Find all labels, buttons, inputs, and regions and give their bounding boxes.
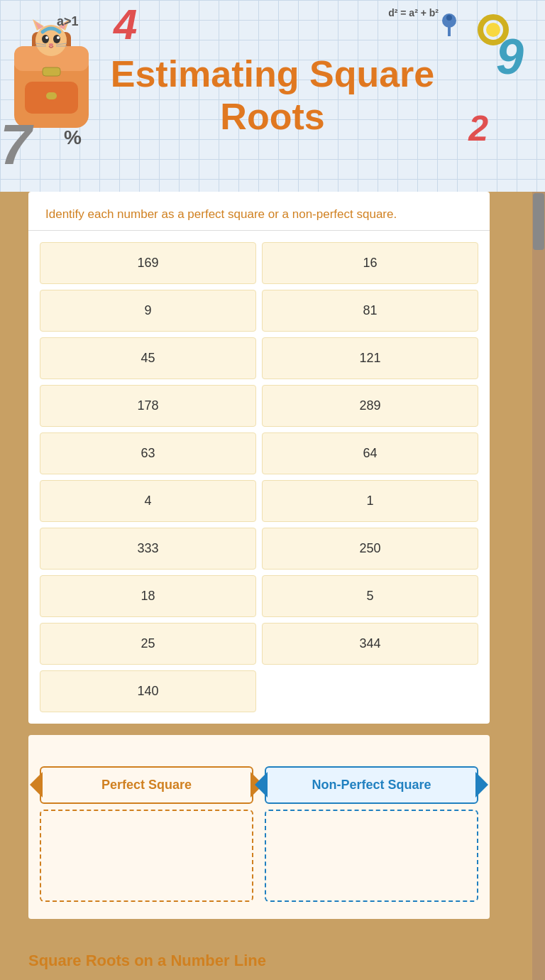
svg-point-23 bbox=[446, 15, 452, 21]
bottom-section: Square Roots on a Number Line bbox=[0, 930, 518, 980]
number-cell-121[interactable]: 121 bbox=[262, 337, 478, 379]
page-title: Estimating Square Roots bbox=[97, 53, 449, 138]
scrollbar-thumb[interactable] bbox=[533, 193, 544, 250]
pin-icon bbox=[439, 11, 460, 39]
svg-point-11 bbox=[42, 35, 49, 43]
numbers-card: Identify each number as a perfect square… bbox=[28, 192, 490, 724]
perfect-square-drop-area[interactable] bbox=[40, 810, 253, 902]
number-cell-178[interactable]: 178 bbox=[40, 385, 256, 427]
number-cell-140[interactable]: 140 bbox=[40, 670, 256, 712]
number-cell-333[interactable]: 333 bbox=[40, 528, 256, 570]
number-cell-1[interactable]: 1 bbox=[262, 480, 478, 522]
deco-num-7: 7 bbox=[0, 112, 32, 178]
svg-rect-20 bbox=[43, 67, 60, 76]
deco-percent: % bbox=[64, 126, 82, 149]
number-cell-5[interactable]: 5 bbox=[262, 575, 478, 617]
number-cell-9[interactable]: 9 bbox=[40, 290, 256, 332]
instruction-text: Identify each number as a perfect square… bbox=[28, 192, 490, 231]
number-cell-250[interactable]: 250 bbox=[262, 528, 478, 570]
svg-point-15 bbox=[49, 43, 53, 46]
page-header: a>1 d² = a² + b² 4 9 2 7 % bbox=[0, 0, 545, 192]
drop-zones-card: Perfect Square Non-Perfect Square bbox=[28, 735, 490, 919]
deco-num-4: 4 bbox=[114, 0, 137, 49]
deco-num-9: 9 bbox=[496, 28, 524, 85]
nonperfect-square-zone[interactable]: Non-Perfect Square bbox=[265, 766, 478, 902]
number-cell-64[interactable]: 64 bbox=[262, 432, 478, 474]
svg-point-14 bbox=[57, 36, 60, 39]
svg-point-12 bbox=[53, 35, 60, 43]
nonperfect-square-button[interactable]: Non-Perfect Square bbox=[265, 766, 478, 804]
number-cell-4[interactable]: 4 bbox=[40, 480, 256, 522]
nonperfect-square-drop-area[interactable] bbox=[265, 810, 478, 902]
numbers-grid: 1691698145121178289636441333250185253441… bbox=[28, 231, 490, 724]
svg-point-13 bbox=[45, 36, 48, 39]
perfect-square-button[interactable]: Perfect Square bbox=[40, 766, 253, 804]
deco-num-2: 2 bbox=[468, 108, 488, 149]
scrollbar[interactable] bbox=[532, 192, 545, 980]
section-heading-number-line: Square Roots on a Number Line bbox=[28, 944, 490, 970]
deco-d2-formula: d² = a² + b² bbox=[388, 7, 439, 18]
number-cell-25[interactable]: 25 bbox=[40, 623, 256, 665]
svg-rect-5 bbox=[46, 92, 57, 99]
number-cell-16[interactable]: 16 bbox=[262, 242, 478, 284]
number-cell-169[interactable]: 169 bbox=[40, 242, 256, 284]
main-content: Identify each number as a perfect square… bbox=[0, 192, 518, 980]
number-cell-81[interactable]: 81 bbox=[262, 290, 478, 332]
deco-a-gt-1: a>1 bbox=[57, 14, 79, 29]
number-cell-344[interactable]: 344 bbox=[262, 623, 478, 665]
number-cell-289[interactable]: 289 bbox=[262, 385, 478, 427]
number-cell-18[interactable]: 18 bbox=[40, 575, 256, 617]
number-cell-45[interactable]: 45 bbox=[40, 337, 256, 379]
perfect-square-zone[interactable]: Perfect Square bbox=[40, 766, 253, 902]
number-cell-63[interactable]: 63 bbox=[40, 432, 256, 474]
svg-rect-22 bbox=[448, 25, 451, 36]
